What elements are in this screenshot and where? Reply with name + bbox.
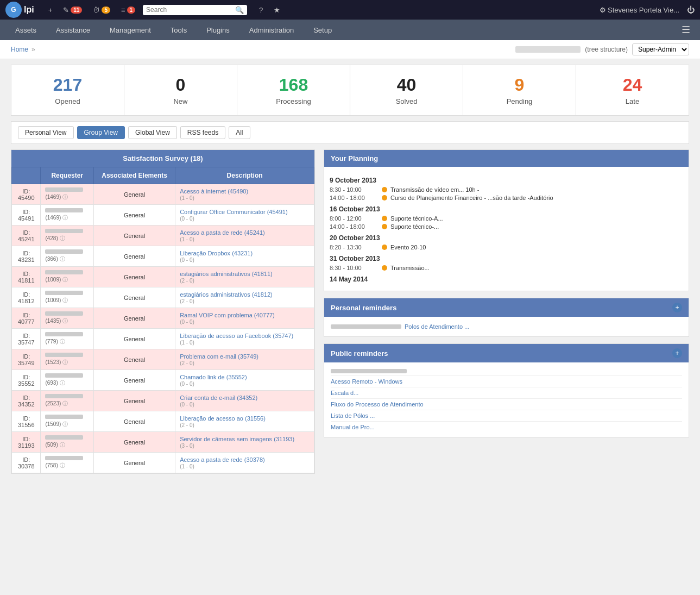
description-link[interactable]: Acesso à internet (45490) xyxy=(180,188,248,195)
table-row: ID: 40777 (1435) ⓘGeneralRamal VOIP com … xyxy=(12,308,314,329)
nav-administration[interactable]: Administration xyxy=(239,21,304,40)
favorites-button[interactable]: ★ xyxy=(270,5,283,15)
description-link[interactable]: Liberação Dropbox (43231) xyxy=(180,250,253,256)
table-cell-requester: (509) ⓘ xyxy=(41,432,94,453)
public-reminders-add-button[interactable]: + xyxy=(672,348,682,358)
table-row: ID: 45490 (1469) ⓘGeneralAcesso à intern… xyxy=(12,184,314,205)
stat-opened[interactable]: 217 Opened xyxy=(11,65,124,115)
table-cell-description[interactable]: Acesso a pasta de rede (45241)(1 - 0) xyxy=(175,226,314,246)
description-link[interactable]: Chamado link de (35552) xyxy=(180,374,247,380)
tree-label: (tree structure) xyxy=(585,46,628,53)
table-cell-requester: (1469) ⓘ xyxy=(41,184,94,205)
hamburger-menu-icon[interactable]: ☰ xyxy=(677,20,695,40)
tree-structure: (tree structure) Super-Admin xyxy=(515,43,689,55)
tab-global-view[interactable]: Global View xyxy=(128,126,177,139)
table-cell-description[interactable]: Ramal VOIP com problema (40777)(0 - 0) xyxy=(175,308,314,329)
nav-management[interactable]: Management xyxy=(100,21,161,40)
table-row: ID: 45491 (1469) ⓘGeneralConfigurar Offi… xyxy=(12,205,314,226)
table-cell-description[interactable]: Liberação de acesso ao Facebook (35747)(… xyxy=(175,329,314,349)
table-cell-description[interactable]: Liberação Dropbox (43231)(0 - 0) xyxy=(175,246,314,267)
table-cell-id: ID: 41812 xyxy=(12,287,41,308)
event-title[interactable]: Transmissão... xyxy=(390,265,683,271)
add-button[interactable]: + xyxy=(45,5,56,15)
table-cell-description[interactable]: Liberação de acesso ao (31556)(2 - 0) xyxy=(175,411,314,432)
description-link[interactable]: estagiários administrativos (41812) xyxy=(180,291,273,298)
public-reminders-box: Public reminders + Acesso Remoto - Windo… xyxy=(324,343,689,437)
personal-reminder-item[interactable]: Polos de Atendimento ... xyxy=(331,321,682,332)
public-reminder-item[interactable]: Manual de Pro... xyxy=(331,422,682,433)
event-title[interactable]: Suporte técnico-A... xyxy=(390,215,683,222)
help-button[interactable]: ? xyxy=(256,5,266,15)
table-cell-description[interactable]: Criar conta de e-mail (34352)(0 - 0) xyxy=(175,391,314,411)
description-link[interactable]: Liberação de acesso ao Facebook (35747) xyxy=(180,333,293,339)
left-panel: Satisfaction Survey (18) Requester Assoc… xyxy=(11,149,315,474)
description-link[interactable]: Ramal VOIP com problema (40777) xyxy=(180,312,275,318)
personal-reminders-add-button[interactable]: + xyxy=(672,303,682,312)
power-button[interactable]: ⏻ xyxy=(687,5,695,14)
superadmin-select[interactable]: Super-Admin xyxy=(632,43,689,55)
power-icon: ⏻ xyxy=(687,5,695,14)
stat-solved-label: Solved xyxy=(356,97,457,105)
table-cell-associated: General xyxy=(94,453,175,473)
table-cell-associated: General xyxy=(94,349,175,370)
table-cell-description[interactable]: Acesso a pasta de rede (30378)(1 - 0) xyxy=(175,453,314,473)
planning-body: 9 October 2013 8:30 - 10:00 Transmissão … xyxy=(324,167,689,291)
table-cell-description[interactable]: Acesso à internet (45490)(1 - 0) xyxy=(175,184,314,205)
table-cell-associated: General xyxy=(94,246,175,267)
tab-rss-feeds[interactable]: RSS feeds xyxy=(180,126,225,139)
public-reminder-item[interactable]: Escala d... xyxy=(331,387,682,399)
nav-assets[interactable]: Assets xyxy=(5,21,46,40)
description-link[interactable]: Criar conta de e-mail (34352) xyxy=(180,394,257,401)
description-link[interactable]: Acesso a pasta de rede (30378) xyxy=(180,456,265,463)
stat-late[interactable]: 24 Late xyxy=(576,65,689,115)
description-link[interactable]: Liberação de acesso ao (31556) xyxy=(180,415,266,422)
table-cell-description[interactable]: Servidor de câmeras sem imagens (31193)(… xyxy=(175,432,314,453)
table-cell-description[interactable]: estagiários administrativos (41811)(2 - … xyxy=(175,267,314,287)
public-reminder-item[interactable]: Acesso Remoto - Windows xyxy=(331,376,682,387)
description-link[interactable]: estagiários administrativos (41811) xyxy=(180,271,273,277)
nav-assistance[interactable]: Assistance xyxy=(46,21,100,40)
nav-setup[interactable]: Setup xyxy=(304,21,342,40)
tab-group-view[interactable]: Group View xyxy=(77,126,125,139)
nav-plugins[interactable]: Plugins xyxy=(197,21,239,40)
event-title[interactable]: Evento 20-10 xyxy=(390,244,683,250)
table-cell-description[interactable]: estagiários administrativos (41812)(2 - … xyxy=(175,287,314,308)
table-cell-description[interactable]: Configurar Office Communicator (45491)(0… xyxy=(175,205,314,226)
public-reminders-header: Public reminders + xyxy=(324,344,689,362)
public-reminder-item[interactable]: Lista de Pólos ... xyxy=(331,410,682,422)
description-link[interactable]: Problema com e-mail (35749) xyxy=(180,353,258,360)
table-cell-description[interactable]: Problema com e-mail (35749)(2 - 0) xyxy=(175,349,314,370)
tab-all[interactable]: All xyxy=(229,126,250,139)
event-title[interactable]: Curso de Planejamento Financeiro - ...sã… xyxy=(390,195,683,201)
description-link[interactable]: Acesso a pasta de rede (45241) xyxy=(180,229,265,236)
edit-button[interactable]: ✎ 11 xyxy=(60,5,85,15)
stat-solved[interactable]: 40 Solved xyxy=(350,65,463,115)
clock-button[interactable]: ⏱ 5 xyxy=(90,5,113,15)
table-cell-associated: General xyxy=(94,391,175,411)
table-cell-requester: (1009) ⓘ xyxy=(41,287,94,308)
stat-processing[interactable]: 168 Processing xyxy=(237,65,350,115)
stat-pending[interactable]: 9 Pending xyxy=(463,65,576,115)
tab-personal-view[interactable]: Personal View xyxy=(18,126,74,139)
stat-late-label: Late xyxy=(582,97,683,105)
event-title[interactable]: Transmissão de vídeo em... 10h - xyxy=(390,186,683,193)
col-associated: Associated Elements xyxy=(94,167,175,184)
table-cell-id: ID: 34352 xyxy=(12,391,41,411)
event-title[interactable]: Suporte técnico-... xyxy=(390,223,683,230)
stat-new[interactable]: 0 New xyxy=(124,65,237,115)
nav-tools[interactable]: Tools xyxy=(161,21,197,40)
table-cell-description[interactable]: Chamado link de (35552)(0 - 0) xyxy=(175,370,314,391)
description-link[interactable]: Servidor de câmeras sem imagens (31193) xyxy=(180,436,294,442)
public-reminder-item[interactable]: Fluxo do Processo de Atendimento xyxy=(331,399,682,410)
search-input[interactable] xyxy=(146,6,233,14)
planning-date-heading: 14 May 2014 xyxy=(330,275,683,283)
description-link[interactable]: Configurar Office Communicator (45491) xyxy=(180,209,288,215)
settings-button[interactable]: ⚙ Stevenes Portela Vie... xyxy=(596,5,683,15)
list-button[interactable]: ≡ 1 xyxy=(118,5,138,15)
breadcrumb-home[interactable]: Home xyxy=(11,46,28,53)
public-reminder-item[interactable] xyxy=(331,367,682,376)
planning-event-row: 8:30 - 10:00 Transmissão... xyxy=(330,265,683,271)
logo-area[interactable]: G lpi xyxy=(5,2,34,18)
search-area[interactable]: 🔍 xyxy=(143,5,247,15)
stats-bar: 217 Opened 0 New 168 Processing 40 Solve… xyxy=(11,65,689,116)
